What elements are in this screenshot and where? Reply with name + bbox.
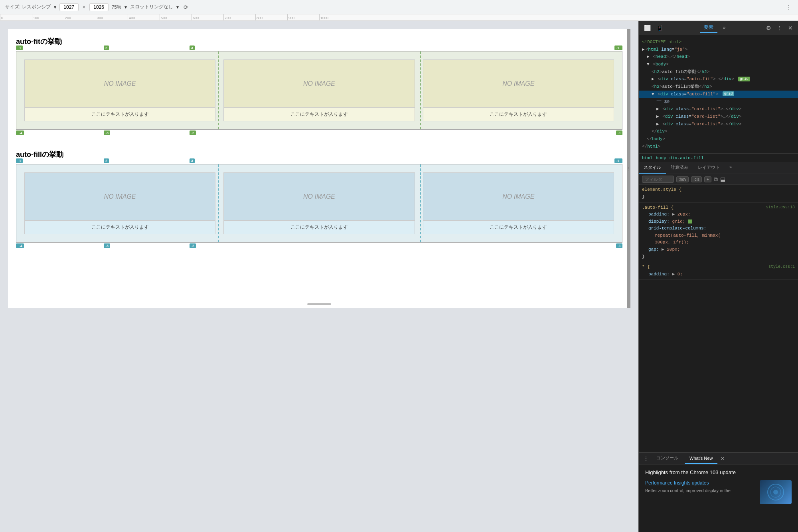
autofit-card-1-noimage: NO IMAGE xyxy=(104,80,136,87)
autofill-col-line-1 xyxy=(218,164,219,242)
throttle-dropdown-arrow[interactable]: ▾ xyxy=(176,4,179,10)
html-card-list-1[interactable]: ▶ <div class="card-list">…</div> xyxy=(639,105,798,113)
html-body-open[interactable]: ▼ <body> xyxy=(639,61,798,68)
autofill-label-m1-bottom: -1 xyxy=(616,243,622,248)
autofit-col-line-2 xyxy=(420,51,421,129)
autofill-card-3-image: NO IMAGE xyxy=(423,173,614,221)
device-toggle-icon[interactable]: 📱 xyxy=(654,24,665,32)
html-head[interactable]: ▶ <head>…</head> xyxy=(639,53,798,61)
more-options-icon[interactable]: ⋮ xyxy=(784,3,793,11)
devtools-panel: ⬜ 📱 要素 » ⚙ ⋮ ✕ <!DOCTYPE html> ▶<html la… xyxy=(638,21,798,532)
style-source-autofill[interactable]: style.css:18 xyxy=(766,204,795,211)
autofit-label-m3-bottom: -3 xyxy=(104,131,110,135)
styles-tab-style[interactable]: スタイル xyxy=(639,162,666,174)
style-brace-close-element: } xyxy=(642,194,645,199)
ruler-mark-1000: 1000 xyxy=(319,14,328,20)
inspect-element-icon[interactable]: ⬜ xyxy=(642,24,653,32)
autofit-card-2: NO IMAGE ここにテキストが入ります xyxy=(223,59,415,121)
autofit-card-1-text: ここにテキストが入ります xyxy=(88,108,152,121)
style-prop-repeat: repeat(auto-fill, minmax( xyxy=(655,233,721,238)
style-rule-star: * { style.css:1 padding: ▶ 0; xyxy=(639,262,798,280)
preview-area[interactable]: auto-fitの挙動 1 1 2 3 4 -1 xyxy=(0,21,638,532)
html-card-list-2[interactable]: ▶ <div class="card-list">…</div> xyxy=(639,113,798,121)
breadcrumb-html[interactable]: html xyxy=(642,156,652,160)
autofill-col-line-2 xyxy=(420,164,421,242)
dimension-separator: × xyxy=(83,4,85,10)
autofill-card-3: NO IMAGE ここにテキストが入ります xyxy=(423,172,614,234)
style-prop-gap: gap: ▶ 20px; xyxy=(648,247,680,252)
style-selector-element: element.style { xyxy=(642,187,681,192)
devtools-tab-more[interactable]: » xyxy=(719,23,730,33)
styles-tab-more[interactable]: » xyxy=(725,162,737,174)
html-h2-autofit[interactable]: <h2>auto-fitの挙動</h2> xyxy=(639,68,798,76)
bottom-tab-whatsnew-close[interactable]: ✕ xyxy=(721,456,725,461)
filter-cls-badge[interactable]: .cls xyxy=(691,176,702,182)
autofill-grid: NO IMAGE ここにテキストが入ります NO IMAGE ここにテキストが入… xyxy=(16,164,622,243)
filter-hov-badge[interactable]: :hov xyxy=(676,176,689,182)
breadcrumb-body[interactable]: body xyxy=(656,156,666,160)
whats-new-feature-title[interactable]: Performance Insights updates xyxy=(645,480,755,486)
whats-new-image-svg xyxy=(764,482,788,502)
breadcrumb-div-autofill[interactable]: div.auto-fill xyxy=(670,156,704,160)
html-card-list-3[interactable]: ▶ <div class="card-list">…</div> xyxy=(639,121,798,128)
html-div-autofit[interactable]: ▶ <div class="auto-fit">…</div> grid xyxy=(639,75,798,83)
bottom-tabs-bar: ⋮ コンソール What's New ✕ xyxy=(639,453,798,465)
autofill-title: auto-fillの挙動 xyxy=(16,150,622,159)
whats-new-feature-desc: Better zoom control, improved display in… xyxy=(645,487,755,494)
styles-tabs: スタイル 計算済み レイアウト » xyxy=(639,162,798,174)
autofit-card-3: NO IMAGE ここにテキストが入ります xyxy=(423,59,614,121)
throttle-label: スロットリングなし xyxy=(130,4,173,10)
autofit-card-3-text: ここにテキストが入ります xyxy=(486,108,550,121)
style-selector-autofill: .auto-fill { xyxy=(642,205,674,210)
autofit-grid-wrapper: 1 1 2 3 4 -1 NO IMAGE xyxy=(16,51,622,130)
style-brace-close-autofill: } xyxy=(642,254,645,259)
whats-new-card: Performance Insights updates Better zoom… xyxy=(645,480,792,504)
autofit-card-2-text: ここにテキストが入ります xyxy=(287,108,351,121)
autofill-card-2-noimage: NO IMAGE xyxy=(303,193,335,200)
bottom-tab-whatsnew[interactable]: What's New xyxy=(685,453,717,464)
devtools-tab-elements[interactable]: 要素 xyxy=(700,22,717,33)
width-input[interactable] xyxy=(59,3,79,11)
autofit-grid: NO IMAGE ここにテキストが入ります NO IMAGE ここにテキストが入… xyxy=(16,51,622,130)
ruler-mark-700: 700 xyxy=(223,14,231,20)
preview-drag-handle[interactable]: ⋮ xyxy=(627,29,630,308)
devtools-more-icon[interactable]: ⋮ xyxy=(775,24,784,32)
rotate-icon[interactable]: ⟳ xyxy=(182,3,190,11)
height-input[interactable] xyxy=(89,3,109,11)
zoom-dropdown-arrow[interactable]: ▾ xyxy=(124,4,127,10)
devtools-settings-icon[interactable]: ⚙ xyxy=(764,24,773,32)
devtools-close-icon[interactable]: ✕ xyxy=(786,24,795,32)
scroll-handle-wrapper xyxy=(307,303,331,305)
filter-plus-badge[interactable]: + xyxy=(704,176,711,182)
autofill-card-1-image: NO IMAGE xyxy=(25,173,215,221)
styles-tab-layout[interactable]: レイアウト xyxy=(693,162,725,174)
main-layout: auto-fitの挙動 1 1 2 3 4 -1 xyxy=(0,21,798,532)
filter-icon-copy[interactable]: ⧉ xyxy=(714,176,718,183)
bottom-tab-console[interactable]: コンソール xyxy=(652,453,683,464)
ruler-mark-800: 800 xyxy=(255,14,263,20)
autofill-label-3-top: 3 xyxy=(190,158,195,163)
styles-filter-bar: :hov .cls + ⧉ ⬓ xyxy=(639,174,798,185)
styles-panel: スタイル 計算済み レイアウト » :hov .cls + ⧉ ⬓ elemen… xyxy=(639,162,798,452)
html-div-autofill[interactable]: ▼ <div class="auto-fill"> grid xyxy=(639,91,798,98)
styles-filter-input[interactable] xyxy=(642,176,674,183)
filter-icon-save[interactable]: ⬓ xyxy=(720,176,725,182)
ruler-mark-400: 400 xyxy=(128,14,135,20)
style-prop-grid-template: grid-template-columns: xyxy=(648,226,706,231)
autofit-card-3-noimage: NO IMAGE xyxy=(502,80,534,87)
style-prop-display: display: grid; xyxy=(648,219,692,224)
scroll-handle[interactable] xyxy=(307,303,331,305)
style-source-star[interactable]: style.css:1 xyxy=(768,264,795,270)
styles-tab-computed[interactable]: 計算済み xyxy=(666,162,693,174)
ruler-mark-200: 200 xyxy=(64,14,71,20)
autofill-label-2-top: 2 xyxy=(104,158,109,163)
html-h2-autofill[interactable]: <h2>auto-fillの挙動</h2> xyxy=(639,83,798,91)
html-tag[interactable]: ▶<html lang="ja"> xyxy=(639,46,798,53)
autofit-label-1b-top: 1 xyxy=(18,45,23,50)
devtools-topbar: ⬜ 📱 要素 » ⚙ ⋮ ✕ xyxy=(639,21,798,35)
autofill-label-1b-top: 1 xyxy=(18,158,23,163)
ruler-mark-300: 300 xyxy=(96,14,103,20)
bottom-tab-menu-icon[interactable]: ⋮ xyxy=(642,454,650,463)
size-dropdown-arrow[interactable]: ▾ xyxy=(54,4,56,10)
autofit-card-1: NO IMAGE ここにテキストが入ります xyxy=(24,59,215,121)
